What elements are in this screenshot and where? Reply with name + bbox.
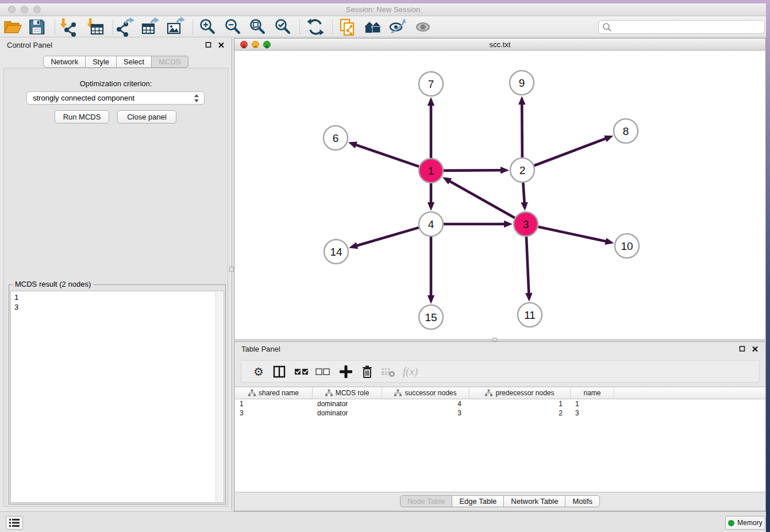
table-cell[interactable]: 3: [571, 408, 614, 418]
settings-gear-icon[interactable]: ⚙: [248, 362, 269, 381]
table-cell[interactable]: 2: [469, 408, 571, 418]
close-network-button[interactable]: [240, 41, 248, 48]
unselect-all-columns-icon[interactable]: [313, 362, 333, 381]
table-tab-motifs[interactable]: Motifs: [565, 495, 600, 507]
minimize-window-button[interactable]: [21, 6, 28, 13]
table-tab-network-table[interactable]: Network Table: [503, 495, 565, 507]
close-panel-button[interactable]: Close panel: [117, 110, 176, 124]
close-window-button[interactable]: [8, 6, 16, 13]
show-columns-icon[interactable]: [269, 362, 290, 381]
add-row-icon[interactable]: [336, 362, 356, 381]
graph-node-9[interactable]: 9: [510, 71, 534, 95]
table-cell[interactable]: dominator: [313, 408, 382, 418]
task-list-button[interactable]: [6, 516, 23, 530]
run-mcds-button[interactable]: Run MCDS: [55, 110, 109, 124]
close-panel-icon[interactable]: [218, 41, 225, 48]
tab-network[interactable]: Network: [43, 56, 86, 68]
toolbar-separator: [55, 19, 55, 34]
table-cell[interactable]: 3: [382, 408, 469, 418]
vertical-splitter-handle[interactable]: [229, 267, 234, 272]
graph-edge-3-10[interactable]: [538, 227, 614, 245]
mcds-result-textarea[interactable]: 13: [10, 291, 224, 503]
graph-edge-4-3[interactable]: [444, 221, 513, 228]
graph-edge-4-14[interactable]: [349, 228, 419, 249]
graph-node-3[interactable]: 3: [514, 212, 538, 236]
graph-edge-1-4[interactable]: [428, 183, 434, 211]
export-table-icon[interactable]: [139, 17, 161, 37]
select-all-columns-icon[interactable]: [291, 362, 312, 381]
graph-edge-3-1[interactable]: [442, 177, 515, 218]
table-cell[interactable]: 1: [571, 399, 614, 408]
table-tab-edge-table[interactable]: Edge Table: [452, 495, 504, 507]
graph-node-11[interactable]: 11: [518, 303, 542, 327]
graph-edge-1-2[interactable]: [444, 167, 509, 174]
zoom-in-icon[interactable]: [197, 17, 219, 37]
table-cell[interactable]: dominator: [313, 399, 382, 408]
table-cell[interactable]: 1: [469, 399, 571, 408]
graph-node-8[interactable]: 8: [614, 119, 638, 143]
graph-edge-4-15[interactable]: [428, 237, 434, 304]
column-header-successor-nodes[interactable]: successor nodes: [382, 387, 469, 399]
tab-select[interactable]: Select: [116, 56, 152, 68]
network-window-titlebar: scc.txt: [234, 38, 765, 51]
float-table-panel-icon[interactable]: [739, 345, 746, 352]
import-network-icon[interactable]: [57, 17, 79, 37]
graph-edge-2-3[interactable]: [521, 183, 528, 211]
graph-node-10[interactable]: 10: [615, 234, 639, 258]
import-table-icon[interactable]: [84, 17, 106, 37]
graph-node-7[interactable]: 7: [419, 72, 443, 96]
graph-edge-2-9[interactable]: [518, 96, 525, 157]
column-header-mcds-role[interactable]: MCDS role: [313, 387, 382, 399]
graph-edge-3-11[interactable]: [525, 237, 532, 302]
open-folder-icon[interactable]: [2, 17, 24, 37]
result-scrollbar[interactable]: [215, 292, 223, 502]
criterion-dropdown[interactable]: strongly connected component: [26, 91, 205, 105]
table-row[interactable]: 3dominator323: [235, 408, 765, 418]
show-details-eye-icon[interactable]: [412, 17, 434, 37]
save-icon[interactable]: [26, 17, 48, 37]
graph-node-15[interactable]: 15: [419, 305, 443, 329]
home-icon[interactable]: [361, 17, 383, 37]
svg-text:2: 2: [519, 164, 526, 176]
refresh-icon[interactable]: [305, 17, 326, 37]
memory-button[interactable]: Memory: [725, 516, 765, 530]
table-tab-node-table[interactable]: Node Table: [400, 495, 453, 507]
float-panel-icon[interactable]: [205, 41, 212, 48]
graph-edge-1-7[interactable]: [428, 97, 434, 158]
search-icon: [602, 22, 612, 32]
table-cell[interactable]: 4: [382, 399, 469, 408]
export-image-icon[interactable]: [164, 17, 186, 37]
tab-mcds[interactable]: MCDS: [151, 56, 188, 68]
result-line: 1: [14, 292, 224, 302]
graph-node-6[interactable]: 6: [324, 126, 348, 150]
zoom-fit-icon[interactable]: [247, 17, 269, 37]
clone-network-icon[interactable]: [336, 17, 358, 37]
column-header-predecessor-nodes[interactable]: predecessor nodes: [469, 387, 571, 399]
tab-style[interactable]: Style: [85, 56, 117, 68]
maximize-window-button[interactable]: [33, 6, 41, 13]
graph-node-2[interactable]: 2: [510, 158, 534, 182]
graph-node-1[interactable]: 1: [419, 159, 443, 183]
maximize-network-button[interactable]: [263, 41, 271, 48]
table-row[interactable]: 1dominator411: [235, 399, 765, 408]
column-header-shared-name[interactable]: shared name: [235, 387, 313, 399]
column-header-name[interactable]: name: [571, 387, 614, 399]
close-table-panel-icon[interactable]: [752, 345, 759, 352]
table-cell[interactable]: 1: [235, 399, 313, 408]
graph-node-4[interactable]: 4: [419, 212, 443, 236]
search-input[interactable]: [612, 23, 761, 32]
svg-text:7: 7: [428, 78, 434, 90]
export-network-icon[interactable]: [114, 17, 136, 37]
minimize-network-button[interactable]: [252, 41, 259, 48]
network-canvas[interactable]: 7968124314101511: [234, 51, 765, 340]
delete-row-icon[interactable]: [357, 362, 378, 381]
table-cell[interactable]: 3: [235, 408, 313, 418]
graph-edge-2-8[interactable]: [534, 136, 614, 166]
zoom-selected-icon[interactable]: [272, 17, 294, 37]
hide-details-eye-icon[interactable]: [387, 17, 409, 37]
network-view-window: scc.txt 7968124314101511: [234, 38, 766, 340]
zoom-out-icon[interactable]: [222, 17, 244, 37]
graph-node-14[interactable]: 14: [324, 240, 348, 264]
search-field[interactable]: [598, 20, 765, 34]
graph-edge-1-6[interactable]: [348, 141, 419, 166]
